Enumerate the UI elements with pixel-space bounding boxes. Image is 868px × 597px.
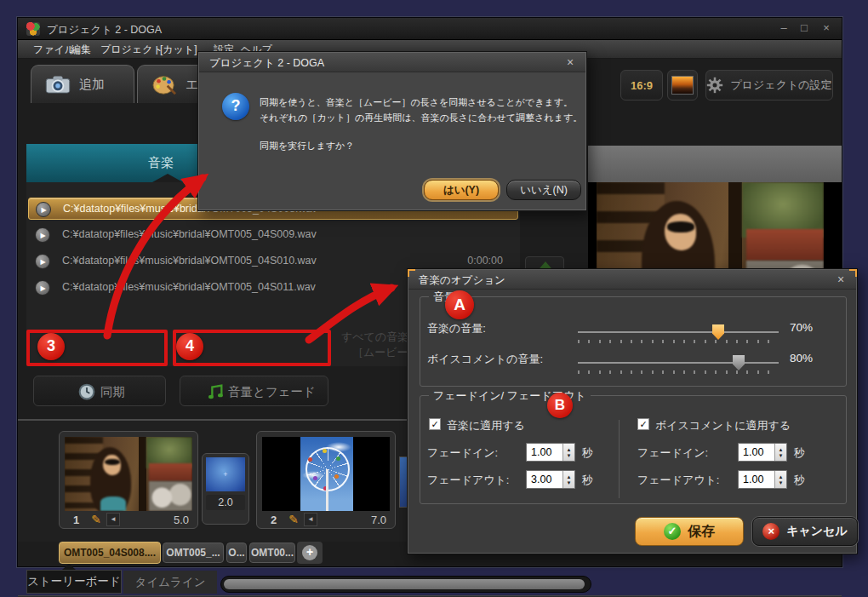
background-image-button[interactable] [667, 70, 698, 100]
file-tab-2[interactable]: OMT005_... [163, 542, 224, 563]
voice-fade-out-label: フェードアウト: [637, 473, 719, 488]
storyboard-cut-2[interactable]: 2 ✎ ◄ 7.0 [256, 431, 396, 529]
fade-group: フェードイン/ フェードアウト ✓ 音楽に適用する フェードイン: 1.00 ▲… [420, 395, 847, 504]
spin-down-icon[interactable]: ▼ [567, 453, 572, 458]
tab-add-label: 追加 [79, 77, 105, 93]
tab-storyboard[interactable]: ストーリーボード [26, 570, 122, 594]
music-fade-in-label: フェードイン: [427, 445, 498, 461]
cut-number: 1 [73, 514, 79, 526]
storyboard-scrollbar[interactable] [220, 576, 591, 593]
voice-fade-in-input[interactable]: 1.00 ▲▼ [738, 443, 787, 462]
cut-1-thumbnail [65, 437, 192, 511]
yes-button[interactable]: はい(Y) [424, 180, 499, 200]
spinner-buttons[interactable]: ▲▼ [562, 444, 574, 461]
voice-fade-out-value[interactable]: 1.00 [739, 471, 774, 488]
apply-voice-checkbox[interactable]: ✓ [637, 418, 649, 430]
spinner-buttons[interactable]: ▲▼ [774, 444, 786, 461]
play-icon[interactable]: ▶ [35, 254, 50, 269]
add-music-tab-button[interactable]: + [297, 542, 323, 564]
music-volume-thumb[interactable] [712, 324, 724, 340]
spinner-buttons[interactable]: ▲▼ [774, 471, 786, 488]
music-list-item[interactable]: ▶ C:¥datatop¥files¥music¥bridal¥OMT005_0… [28, 224, 518, 246]
music-fade-in-value[interactable]: 1.00 [527, 444, 562, 461]
app-logo-icon [26, 22, 40, 36]
gear-icon [706, 77, 723, 94]
music-fade-out-value[interactable]: 3.00 [527, 471, 562, 488]
speaker-icon[interactable]: ◄ [304, 513, 317, 526]
unit-label: 秒 [794, 473, 805, 488]
voice-volume-ticks [578, 370, 779, 374]
sunset-image-icon [671, 76, 694, 95]
transition-duration: 2.0 [206, 495, 245, 510]
ferris-wheel-image [300, 437, 353, 511]
aspect-ratio-button[interactable]: 16:9 [620, 70, 663, 100]
music-volume-label: 音楽の音量: [427, 321, 486, 336]
scrollbar-thumb[interactable] [224, 579, 585, 589]
music-volume-slider[interactable] [578, 331, 779, 333]
project-settings-button[interactable]: プロジェクトの設定 [705, 70, 833, 100]
cut-duration: 5.0 [174, 514, 189, 526]
menu-cut[interactable]: [カット] [160, 43, 197, 57]
fade-group-divider [619, 420, 620, 498]
cut-1-toolbar: 1 ✎ ◄ 5.0 [65, 511, 192, 528]
menu-project[interactable]: プロジェクト [100, 43, 163, 57]
edit-pencil-icon[interactable]: ✎ [288, 513, 299, 526]
apply-music-checkbox[interactable]: ✓ [429, 418, 441, 430]
transition-thumbnail[interactable]: + [206, 457, 245, 491]
minimize-button[interactable]: – [775, 21, 792, 34]
close-button[interactable]: × [818, 21, 835, 34]
cancel-cross-icon: × [762, 523, 779, 540]
options-close-icon[interactable]: × [834, 273, 848, 286]
file-tab-3[interactable]: O... [226, 542, 247, 563]
voice-volume-thumb[interactable] [733, 355, 745, 370]
play-icon[interactable]: ▶ [35, 280, 50, 296]
storyboard-cut-1[interactable]: 1 ✎ ◄ 5.0 [59, 431, 198, 529]
save-label: 保存 [688, 523, 715, 541]
file-tab-1[interactable]: OMT005_04S008.... [59, 542, 161, 564]
maximize-button[interactable]: □ [796, 21, 813, 34]
title-bar: プロジェクト 2 - DOGA – □ × [18, 18, 842, 40]
edit-pencil-icon[interactable]: ✎ [91, 513, 101, 526]
no-button[interactable]: いいえ(N) [506, 180, 581, 200]
music-section-label: 音楽 [148, 155, 174, 171]
spin-down-icon[interactable]: ▼ [567, 480, 572, 485]
tab-add[interactable]: 追加 [31, 65, 134, 103]
tab-timeline[interactable]: タイムライン [123, 571, 217, 594]
spin-up-icon[interactable]: ▲ [779, 474, 784, 479]
voice-volume-slider[interactable] [578, 362, 779, 364]
dialog-close-icon[interactable]: × [563, 55, 577, 69]
spin-down-icon[interactable]: ▼ [779, 453, 784, 458]
music-options-dialog: 音楽のオプション × 音量 音楽の音量: 70% ボイスコメントの音量: 80%… [407, 268, 858, 554]
unit-label: 秒 [582, 445, 593, 461]
menu-file[interactable]: ファイル [33, 43, 75, 57]
music-fade-in-input[interactable]: 1.00 ▲▼ [526, 443, 575, 462]
speaker-icon[interactable]: ◄ [106, 513, 120, 526]
dialog-message-line2: それぞれの［カット］の再生時間は、音楽の長さに合わせて調整されます。 [260, 112, 582, 124]
cancel-label: キャンセル [786, 524, 848, 539]
music-fade-out-input[interactable]: 3.00 ▲▼ [526, 470, 575, 489]
volume-fade-button[interactable]: 音量とフェード [180, 376, 328, 406]
cancel-button[interactable]: × キャンセル [752, 517, 858, 546]
spin-down-icon[interactable]: ▼ [779, 480, 784, 485]
spin-up-icon[interactable]: ▲ [567, 474, 572, 479]
spin-up-icon[interactable]: ▲ [567, 447, 572, 452]
music-volume-value: 70% [790, 321, 813, 334]
window-title: プロジェクト 2 - DOGA [47, 23, 162, 37]
spin-up-icon[interactable]: ▲ [779, 447, 784, 452]
file-tab-4[interactable]: OMT00... [249, 542, 295, 563]
save-button[interactable]: ✓ 保存 [635, 517, 744, 546]
corner-mark-right [849, 269, 857, 277]
voice-fade-out-input[interactable]: 1.00 ▲▼ [738, 470, 787, 489]
unit-label: 秒 [582, 473, 593, 488]
voice-fade-in-value[interactable]: 1.00 [739, 444, 774, 461]
play-icon[interactable]: ▶ [36, 202, 51, 217]
sync-button[interactable]: 同期 [33, 376, 166, 406]
dialog-message-line1: 同期を使うと、音楽と［ムービー］の長さを同期させることができます。 [260, 96, 573, 109]
cut-2-thumbnail [262, 437, 390, 511]
preview-header [588, 146, 842, 182]
transition-block[interactable]: + 2.0 [202, 453, 249, 525]
music-note-icon [206, 382, 225, 401]
menu-edit[interactable]: 編集 [71, 43, 91, 57]
spinner-buttons[interactable]: ▲▼ [562, 471, 574, 488]
play-icon[interactable]: ▶ [35, 227, 50, 243]
